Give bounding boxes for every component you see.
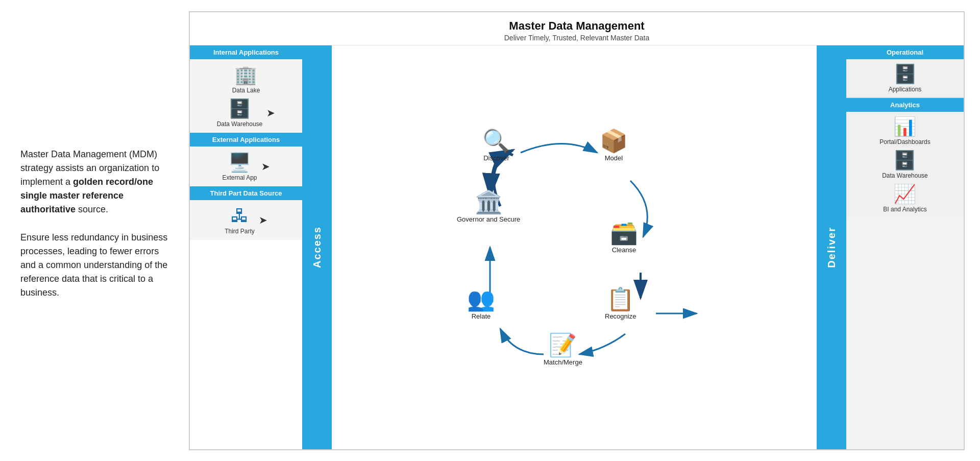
analytics-section: Analytics 📊 Portal/Dashboards 🗄️ Data Wa… <box>846 98 964 217</box>
external-row: 🖥️ External App ➤ <box>190 152 302 181</box>
portal-output-item: 📊 Portal/Dashboards <box>879 116 930 145</box>
third-party-items: 🖧 Third Party ➤ <box>190 200 302 240</box>
third-party-header: Third Part Data Source <box>190 186 302 200</box>
discover-node: 🔍 Discover <box>482 130 510 162</box>
applications-label: Applications <box>889 86 922 93</box>
match-merge-label: Match/Merge <box>544 358 582 366</box>
discover-icon: 🔍 <box>482 130 510 152</box>
external-app-icon: 🖥️ <box>228 152 251 173</box>
recognize-icon: 📋 <box>606 288 634 310</box>
analytics-dw-label: Data Warehouse <box>882 172 928 179</box>
model-label: Model <box>605 154 623 162</box>
bi-label: BI and Analytics <box>883 206 926 213</box>
data-lake-label: Data Lake <box>232 87 260 94</box>
relate-node: 👥 Relate <box>467 288 495 320</box>
diagram-subtitle: Deliver Timely, Trusted, Relevant Master… <box>190 34 964 42</box>
cleanse-label: Cleanse <box>612 246 636 254</box>
data-lake-row: 🏢 Data Lake <box>190 64 302 94</box>
deliver-label: Deliver <box>826 227 838 268</box>
internal-apps-items: 🏢 Data Lake 🗄️ Data Warehouse ➤ <box>190 59 302 133</box>
operational-header: Operational <box>846 45 964 59</box>
portal-label: Portal/Dashboards <box>879 138 930 145</box>
left-panel: Master Data Management (MDM) strategy as… <box>15 11 189 450</box>
match-merge-node: 📝 Match/Merge <box>544 334 582 366</box>
access-column: Access <box>302 45 332 449</box>
internal-apps-section: Internal Applications 🏢 Data Lake 🗄️ Da <box>190 45 302 133</box>
intro-text-2: source. <box>76 204 108 214</box>
analytics-dw-icon: 🗄️ <box>893 150 916 171</box>
dw-arrow: ➤ <box>266 107 275 119</box>
outputs-column: Operational 🗄️ Applications Analytics � <box>846 45 964 449</box>
relate-icon: 👥 <box>467 288 495 310</box>
external-apps-section: External Applications 🖥️ External App ➤ <box>190 133 302 186</box>
recognize-node: 📋 Recognize <box>605 288 636 320</box>
internal-apps-header: Internal Applications <box>190 45 302 59</box>
data-warehouse-source-icon: 🗄️ <box>228 98 251 119</box>
data-warehouse-row: 🗄️ Data Warehouse ➤ <box>190 98 302 128</box>
third-party-section: Third Part Data Source 🖧 Third Party ➤ <box>190 186 302 240</box>
governor-label: Governor and Secure <box>457 215 520 223</box>
governor-node: 🏛️ Governor and Secure <box>457 191 520 223</box>
second-paragraph: Ensure less redundancy in business proce… <box>20 231 174 300</box>
governor-icon: 🏛️ <box>475 191 503 213</box>
third-party-row: 🖧 Third Party ➤ <box>190 205 302 235</box>
data-lake-icon: 🏢 <box>234 64 257 86</box>
external-app-label: External App <box>222 174 257 181</box>
discover-label: Discover <box>483 154 509 162</box>
ext-arrow: ➤ <box>261 160 270 173</box>
analytics-dw-output-item: 🗄️ Data Warehouse <box>882 150 928 179</box>
bi-icon: 📈 <box>893 183 916 205</box>
third-party-item: 🖧 Third Party <box>225 205 255 235</box>
match-merge-icon: 📝 <box>549 334 577 356</box>
flow-diagram: 🔍 Discover 📦 Model 🗃️ Cleanse <box>442 104 707 390</box>
access-label: Access <box>311 226 323 268</box>
analytics-header: Analytics <box>846 98 964 112</box>
model-icon: 📦 <box>600 130 628 152</box>
intro-paragraph: Master Data Management (MDM) strategy as… <box>20 148 174 216</box>
third-party-label: Third Party <box>225 228 255 235</box>
external-app-item: 🖥️ External App <box>222 152 257 181</box>
data-lake-item: 🏢 Data Lake <box>232 64 260 94</box>
cleanse-icon: 🗃️ <box>610 222 638 244</box>
applications-icon: 🗄️ <box>894 63 917 85</box>
third-party-icon: 🖧 <box>231 205 249 227</box>
applications-output-item: 🗄️ Applications <box>889 63 922 93</box>
external-apps-header: External Applications <box>190 133 302 147</box>
analytics-items: 📊 Portal/Dashboards 🗄️ Data Warehouse 📈 … <box>846 112 964 217</box>
main-diagram: Master Data Management Deliver Timely, T… <box>189 11 965 450</box>
mdm-flow-center: 🔍 Discover 📦 Model 🗃️ Cleanse <box>332 45 817 449</box>
external-apps-items: 🖥️ External App ➤ <box>190 147 302 186</box>
diagram-header: Master Data Management Deliver Timely, T… <box>190 12 964 45</box>
cleanse-node: 🗃️ Cleanse <box>610 222 638 254</box>
recognize-label: Recognize <box>605 312 636 320</box>
relate-label: Relate <box>472 312 491 320</box>
sources-column: Internal Applications 🏢 Data Lake 🗄️ Da <box>190 45 302 449</box>
deliver-column: Deliver <box>817 45 846 449</box>
bi-output-item: 📈 BI and Analytics <box>883 183 926 213</box>
operational-section: Operational 🗄️ Applications <box>846 45 964 97</box>
diagram-title: Master Data Management <box>190 19 964 33</box>
operational-items: 🗄️ Applications <box>846 59 964 97</box>
tp-arrow: ➤ <box>259 214 267 226</box>
data-warehouse-source-item: 🗄️ Data Warehouse <box>217 98 263 128</box>
diagram-body: Internal Applications 🏢 Data Lake 🗄️ Da <box>190 45 964 449</box>
portal-icon: 📊 <box>893 116 916 137</box>
data-warehouse-source-label: Data Warehouse <box>217 120 263 128</box>
model-node: 📦 Model <box>600 130 628 162</box>
